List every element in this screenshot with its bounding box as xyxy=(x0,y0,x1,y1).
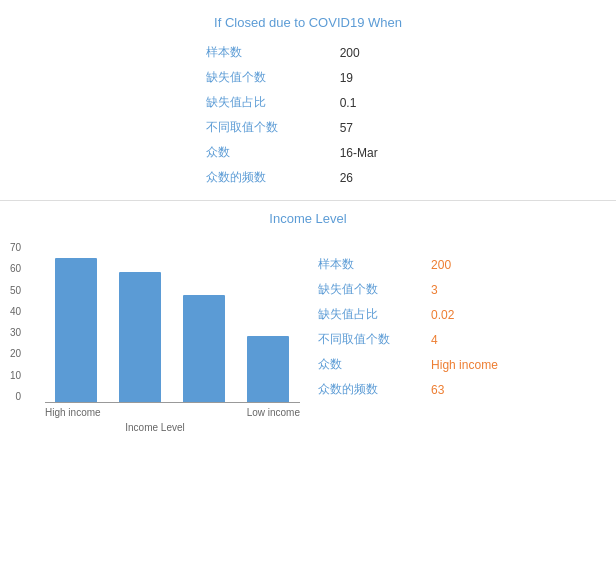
bottom-stats-table: 样本数200缺失值个数3缺失值占比0.02不同取值个数4众数High incom… xyxy=(310,252,530,402)
row-value: 0.02 xyxy=(423,302,530,327)
row-label: 众数的频数 xyxy=(198,165,332,190)
row-value: 200 xyxy=(423,252,530,277)
row-label: 缺失值占比 xyxy=(198,90,332,115)
bar xyxy=(247,336,289,402)
row-value: 26 xyxy=(332,165,418,190)
table-row: 众数的频数63 xyxy=(310,377,530,402)
y-axis: 706050403020100 xyxy=(10,242,25,402)
table-row: 样本数200 xyxy=(198,40,418,65)
row-label: 样本数 xyxy=(310,252,423,277)
row-value: 200 xyxy=(332,40,418,65)
table-row: 众数16-Mar xyxy=(198,140,418,165)
y-axis-label: 60 xyxy=(10,263,21,274)
row-value: 63 xyxy=(423,377,530,402)
x-axis-title: Income Level xyxy=(10,422,300,433)
bar xyxy=(119,272,161,402)
row-label: 不同取值个数 xyxy=(198,115,332,140)
bar xyxy=(183,295,225,402)
bottom-stats-panel: 样本数200缺失值个数3缺失值占比0.02不同取值个数4众数High incom… xyxy=(310,252,606,402)
row-value: 19 xyxy=(332,65,418,90)
table-row: 样本数200 xyxy=(310,252,530,277)
table-row: 缺失值个数3 xyxy=(310,277,530,302)
top-title: If Closed due to COVID19 When xyxy=(20,15,596,30)
row-value: 4 xyxy=(423,327,530,352)
row-label: 缺失值个数 xyxy=(198,65,332,90)
x-labels: High income Low income xyxy=(45,403,300,418)
table-row: 众数的频数26 xyxy=(198,165,418,190)
bottom-title: Income Level xyxy=(10,211,606,226)
row-label: 样本数 xyxy=(198,40,332,65)
row-value: 3 xyxy=(423,277,530,302)
y-axis-label: 70 xyxy=(10,242,21,253)
top-stats-table: 样本数200缺失值个数19缺失值占比0.1不同取值个数57众数16-Mar众数的… xyxy=(198,40,418,190)
x-label-high: High income xyxy=(45,407,101,418)
row-label: 众数的频数 xyxy=(310,377,423,402)
bottom-section: Income Level 706050403020100 High income… xyxy=(0,201,616,443)
top-section: If Closed due to COVID19 When 样本数200缺失值个… xyxy=(0,0,616,201)
row-value: High income xyxy=(423,352,530,377)
chart-and-stats: 706050403020100 High income Low income I… xyxy=(10,242,606,433)
row-label: 缺失值占比 xyxy=(310,302,423,327)
y-axis-label: 50 xyxy=(10,285,21,296)
row-value: 0.1 xyxy=(332,90,418,115)
table-row: 不同取值个数57 xyxy=(198,115,418,140)
row-value: 16-Mar xyxy=(332,140,418,165)
table-row: 不同取值个数4 xyxy=(310,327,530,352)
row-label: 缺失值个数 xyxy=(310,277,423,302)
y-axis-label: 20 xyxy=(10,348,21,359)
chart-container: 706050403020100 High income Low income I… xyxy=(10,242,300,433)
bar xyxy=(55,258,97,402)
x-label-low: Low income xyxy=(247,407,300,418)
table-row: 缺失值个数19 xyxy=(198,65,418,90)
y-axis-label: 10 xyxy=(10,370,21,381)
table-row: 众数High income xyxy=(310,352,530,377)
bars-group xyxy=(45,242,289,402)
y-axis-label: 30 xyxy=(10,327,21,338)
row-value: 57 xyxy=(332,115,418,140)
row-label: 众数 xyxy=(310,352,423,377)
y-axis-label: 0 xyxy=(16,391,22,402)
table-row: 缺失值占比0.02 xyxy=(310,302,530,327)
table-row: 缺失值占比0.1 xyxy=(198,90,418,115)
chart-area: 706050403020100 xyxy=(10,242,300,402)
row-label: 不同取值个数 xyxy=(310,327,423,352)
y-axis-label: 40 xyxy=(10,306,21,317)
row-label: 众数 xyxy=(198,140,332,165)
